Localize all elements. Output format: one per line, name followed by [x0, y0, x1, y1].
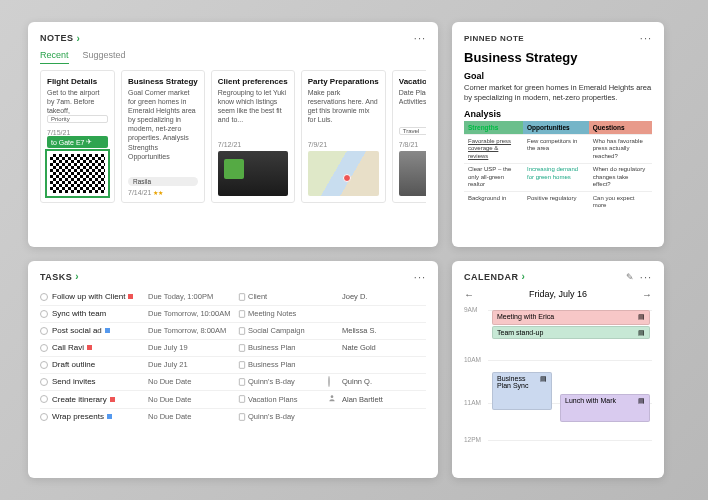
- task-due: Due July 21: [148, 360, 238, 369]
- note-body: Get to the airport by 7am. Before takeof…: [47, 88, 108, 115]
- more-icon[interactable]: ···: [640, 32, 652, 44]
- task-checkbox[interactable]: [40, 413, 48, 421]
- notes-title[interactable]: NOTES ›: [40, 33, 80, 44]
- calendar-event[interactable]: Business Plan Sync▤: [492, 372, 552, 410]
- task-name: Send invites: [52, 377, 148, 386]
- note-card[interactable]: Vacation Iti Date Place Activities 5 Tra…: [392, 70, 426, 203]
- task-checkbox[interactable]: [40, 310, 48, 318]
- chevron-right-icon: ›: [75, 271, 79, 282]
- user-tag: Rasila: [128, 177, 198, 186]
- task-checkbox[interactable]: [40, 361, 48, 369]
- calendar-event[interactable]: Lunch with Mark▤: [560, 394, 650, 422]
- task-checkbox[interactable]: [40, 378, 48, 386]
- task-checkbox[interactable]: [40, 327, 48, 335]
- note-link-icon[interactable]: ▤: [540, 375, 547, 383]
- col-strengths: Strengths: [464, 121, 523, 135]
- task-reference[interactable]: Quinn's B-day: [238, 377, 328, 386]
- note-card[interactable]: Business Strategy Goal Corner market for…: [121, 70, 205, 203]
- task-reference[interactable]: Client: [238, 292, 328, 301]
- svg-rect-2: [239, 327, 244, 334]
- svg-rect-6: [239, 396, 244, 403]
- person-icon: [328, 394, 336, 402]
- calendar-panel: CALENDAR › ✎ ··· ← Friday, July 16 → 9AM…: [452, 261, 664, 478]
- task-row[interactable]: Follow up with Client Due Today, 1:00PM …: [40, 289, 426, 305]
- tab-suggested[interactable]: Suggested: [83, 50, 126, 64]
- tab-recent[interactable]: Recent: [40, 50, 69, 64]
- task-checkbox[interactable]: [40, 344, 48, 352]
- note-icon: [238, 361, 246, 369]
- task-checkbox[interactable]: [40, 293, 48, 301]
- task-name: Sync with team: [52, 309, 148, 318]
- calendar-grid: 9AM 10AM 11AM 12PM Meeting with Erica▤ T…: [464, 304, 652, 444]
- star-icon: ★★: [153, 190, 163, 196]
- more-icon[interactable]: ···: [414, 271, 426, 283]
- task-name: Draft outline: [52, 360, 148, 369]
- note-title: Flight Details: [47, 77, 108, 86]
- task-name: Wrap presents: [52, 412, 148, 421]
- note-icon: [238, 395, 246, 403]
- task-due: Due July 19: [148, 343, 238, 352]
- task-name: Follow up with Client: [52, 292, 148, 301]
- task-row[interactable]: Create itinerary No Due Date Vacation Pl…: [40, 390, 426, 408]
- calendar-nav: ← Friday, July 16 →: [464, 289, 652, 300]
- more-icon[interactable]: ···: [414, 32, 426, 44]
- task-row[interactable]: Post social ad Due Tomorrow, 8:00AM Soci…: [40, 322, 426, 339]
- note-icon: [238, 378, 246, 386]
- note-date: 7/9/21: [308, 141, 379, 148]
- svg-rect-1: [239, 310, 244, 317]
- calendar-event[interactable]: Meeting with Erica▤: [492, 310, 650, 325]
- task-row[interactable]: Wrap presents No Due Date Quinn's B-day: [40, 408, 426, 425]
- note-card[interactable]: Party Preparations Make park reservation…: [301, 70, 386, 203]
- analysis-table: Strengths Opportunities Questions Favora…: [464, 121, 652, 212]
- note-link-icon[interactable]: ▤: [638, 313, 645, 321]
- task-reference[interactable]: Business Plan: [238, 343, 328, 352]
- task-due: No Due Date: [148, 412, 238, 421]
- svg-rect-0: [239, 293, 244, 300]
- flag-icon: [110, 397, 115, 402]
- task-reference[interactable]: Social Campaign: [238, 326, 328, 335]
- note-body: Make park reservations here. And get thi…: [308, 88, 379, 138]
- pinned-header: PINNED NOTE ···: [464, 32, 652, 44]
- flag-icon: [87, 345, 92, 350]
- notes-row: Flight Details Get to the airport by 7am…: [40, 70, 426, 203]
- task-reference[interactable]: Meeting Notes: [238, 309, 328, 318]
- task-reference[interactable]: Business Plan: [238, 360, 328, 369]
- task-checkbox[interactable]: [40, 395, 48, 403]
- map-thumbnail: [308, 151, 379, 196]
- task-reference[interactable]: Vacation Plans: [238, 395, 328, 404]
- chevron-right-icon: ›: [522, 271, 526, 282]
- analysis-heading: Analysis: [464, 109, 652, 119]
- note-date: 7/15/21: [47, 129, 108, 136]
- qr-code-icon: [47, 151, 108, 196]
- note-icon: [238, 293, 246, 301]
- prev-day-button[interactable]: ←: [464, 289, 474, 300]
- tasks-title[interactable]: TASKS ›: [40, 271, 79, 282]
- calendar-event[interactable]: Team stand-up▤: [492, 326, 650, 339]
- next-day-button[interactable]: →: [642, 289, 652, 300]
- note-tag: Travel: [399, 127, 426, 135]
- task-row[interactable]: Sync with team Due Tomorrow, 10:00AM Mee…: [40, 305, 426, 322]
- task-reference[interactable]: Quinn's B-day: [238, 412, 328, 421]
- note-link-icon[interactable]: ▤: [638, 397, 645, 405]
- note-link-icon[interactable]: ▤: [638, 329, 645, 337]
- note-card[interactable]: Flight Details Get to the airport by 7am…: [40, 70, 115, 203]
- more-icon[interactable]: ···: [640, 271, 652, 283]
- col-opportunities: Opportunities: [523, 121, 589, 135]
- note-card[interactable]: Client preferences Regrouping to let Yuk…: [211, 70, 295, 203]
- note-title: Business Strategy: [128, 77, 198, 86]
- task-row[interactable]: Draft outline Due July 21 Business Plan: [40, 356, 426, 373]
- chevron-right-icon: ›: [77, 33, 81, 44]
- hour-label: 9AM: [464, 306, 477, 313]
- flag-icon: [107, 414, 112, 419]
- note-date: 7/12/21: [218, 141, 288, 148]
- calendar-title[interactable]: CALENDAR ›: [464, 271, 525, 282]
- calendar-date: Friday, July 16: [529, 289, 587, 299]
- note-tag: Priority: [47, 115, 108, 123]
- flag-icon: [105, 328, 110, 333]
- task-row[interactable]: Call Ravi Due July 19 Business Plan Nate…: [40, 339, 426, 356]
- calendar-title-text: CALENDAR: [464, 272, 519, 282]
- task-row[interactable]: Send invites No Due Date Quinn's B-day Q…: [40, 373, 426, 390]
- calendar-edit-icon[interactable]: ✎: [626, 272, 634, 282]
- task-assignee: Quinn Q.: [342, 377, 426, 386]
- tasks-panel: TASKS › ··· Follow up with Client Due To…: [28, 261, 438, 478]
